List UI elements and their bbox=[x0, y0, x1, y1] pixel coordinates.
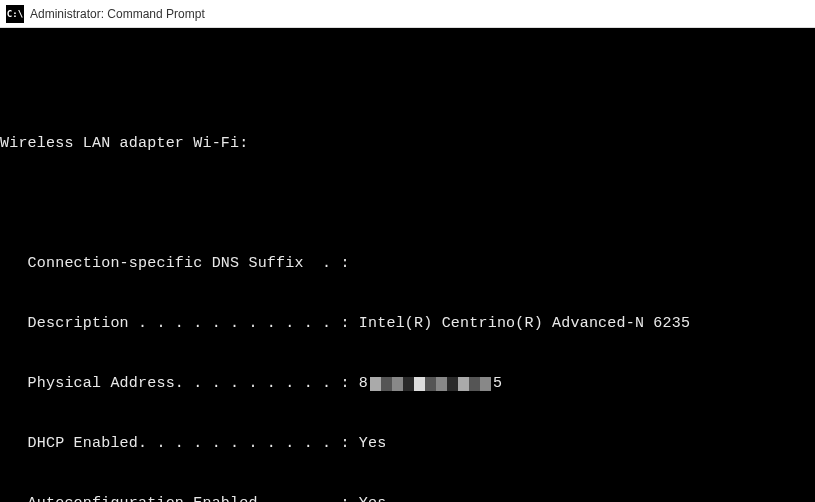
adapter-header: Wireless LAN adapter Wi-Fi: bbox=[0, 134, 815, 154]
value: Intel(R) Centrino(R) Advanced-N 6235 bbox=[359, 314, 690, 334]
description-line: Description . . . . . . . . . . . : Inte… bbox=[0, 314, 815, 334]
label: Physical Address. . . . . . . . . : bbox=[0, 374, 359, 394]
label: Autoconfiguration Enabled . . . . : bbox=[0, 494, 359, 502]
autoconf-line: Autoconfiguration Enabled . . . . : Yes bbox=[0, 494, 815, 502]
physical-address-line: Physical Address. . . . . . . . . : 85 bbox=[0, 374, 815, 394]
value: Yes bbox=[359, 494, 387, 502]
label: Description . . . . . . . . . . . : bbox=[0, 314, 359, 334]
dhcp-enabled-line: DHCP Enabled. . . . . . . . . . . : Yes bbox=[0, 434, 815, 454]
value-suffix: 5 bbox=[493, 374, 502, 394]
title-bar[interactable]: C:\ Administrator: Command Prompt bbox=[0, 0, 815, 28]
output-line bbox=[0, 74, 815, 94]
value: Yes bbox=[359, 434, 387, 454]
redacted-icon bbox=[370, 377, 491, 391]
window-title: Administrator: Command Prompt bbox=[30, 7, 205, 21]
terminal-output[interactable]: Wireless LAN adapter Wi-Fi: Connection-s… bbox=[0, 28, 815, 502]
dns-suffix-line: Connection-specific DNS Suffix . : bbox=[0, 254, 815, 274]
value-prefix: 8 bbox=[359, 374, 368, 394]
output-line bbox=[0, 194, 815, 214]
cmd-icon: C:\ bbox=[6, 5, 24, 23]
label: DHCP Enabled. . . . . . . . . . . : bbox=[0, 434, 359, 454]
